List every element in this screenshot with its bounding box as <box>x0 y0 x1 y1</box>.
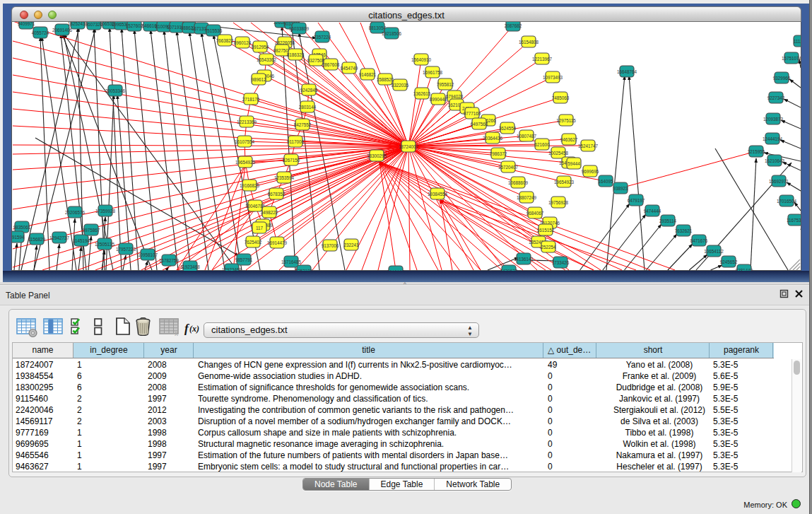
svg-text:2935114: 2935114 <box>659 218 677 223</box>
svg-text:9699695: 9699695 <box>582 169 599 174</box>
svg-text:9329966: 9329966 <box>773 76 791 81</box>
svg-text:8960124: 8960124 <box>234 40 252 45</box>
svg-text:16543362: 16543362 <box>257 57 277 62</box>
svg-text:1615152: 1615152 <box>537 228 555 233</box>
svg-text:16107554: 16107554 <box>235 139 255 144</box>
svg-text:19166825: 19166825 <box>240 183 260 188</box>
svg-text:9245652: 9245652 <box>720 259 738 264</box>
svg-text:8678352: 8678352 <box>268 192 286 197</box>
svg-text:20691406: 20691406 <box>52 28 73 33</box>
svg-text:7955812: 7955812 <box>437 82 454 87</box>
svg-text:7357224: 7357224 <box>314 35 331 40</box>
svg-text:252254: 252254 <box>541 245 556 250</box>
svg-text:8186323: 8186323 <box>287 52 305 57</box>
svg-text:7663822: 7663822 <box>216 38 234 43</box>
svg-text:3215955: 3215955 <box>748 149 765 154</box>
svg-text:2867608: 2867608 <box>322 62 340 67</box>
svg-text:9777169: 9777169 <box>464 111 481 116</box>
svg-text:12942737: 12942737 <box>49 235 70 240</box>
svg-text:19384554: 19384554 <box>428 192 448 197</box>
svg-text:8813054: 8813054 <box>369 25 387 30</box>
svg-text:111233: 111233 <box>794 39 801 44</box>
svg-text:164095: 164095 <box>598 179 613 184</box>
svg-text:9242845: 9242845 <box>300 88 318 93</box>
svg-text:2803144: 2803144 <box>299 105 317 110</box>
svg-text:20206576: 20206576 <box>65 210 86 215</box>
svg-text:16914479: 16914479 <box>267 240 288 245</box>
svg-text:12353594: 12353594 <box>274 175 295 180</box>
svg-text:6479197: 6479197 <box>628 198 645 203</box>
svg-text:7485063: 7485063 <box>552 95 570 100</box>
svg-text:x: x <box>175 329 178 337</box>
svg-text:15751074: 15751074 <box>782 56 801 61</box>
svg-text:10025458: 10025458 <box>548 151 569 156</box>
svg-text:7625402: 7625402 <box>245 240 262 245</box>
svg-text:1527602: 1527602 <box>126 23 143 28</box>
svg-text:15692971: 15692971 <box>769 179 789 184</box>
svg-text:16154808: 16154808 <box>519 40 539 45</box>
svg-text:19218506: 19218506 <box>382 31 402 36</box>
svg-text:117: 117 <box>256 226 264 230</box>
svg-text:8454749: 8454749 <box>341 66 358 71</box>
svg-text:18724007: 18724007 <box>399 144 419 149</box>
svg-text:15720407: 15720407 <box>498 165 519 170</box>
svg-text:9835061: 9835061 <box>13 225 31 230</box>
svg-text:18807249: 18807249 <box>517 195 537 200</box>
svg-text:10688609: 10688609 <box>508 180 529 185</box>
svg-text:17359928: 17359928 <box>95 209 116 214</box>
svg-text:7986372: 7986372 <box>490 151 507 156</box>
svg-text:1588520: 1588520 <box>377 77 394 82</box>
svg-text:8912954: 8912954 <box>252 45 269 49</box>
svg-text:621600: 621600 <box>534 142 550 147</box>
svg-text:9463627: 9463627 <box>560 137 578 142</box>
svg-text:8427552: 8427552 <box>294 122 312 127</box>
svg-text:19654923: 19654923 <box>554 180 575 185</box>
svg-text:(x): (x) <box>189 324 199 334</box>
svg-text:1145194: 1145194 <box>73 238 90 243</box>
svg-text:9227342: 9227342 <box>767 95 785 100</box>
svg-text:6497568: 6497568 <box>471 122 488 127</box>
svg-text:12093873: 12093873 <box>763 117 784 122</box>
svg-text:12213967: 12213967 <box>532 57 553 62</box>
svg-text:9975867: 9975867 <box>83 228 100 233</box>
svg-text:19756928: 19756928 <box>548 200 569 205</box>
svg-text:10973493: 10973493 <box>543 75 563 80</box>
svg-text:1733426: 1733426 <box>552 260 570 265</box>
svg-text:391594: 391594 <box>12 235 25 240</box>
svg-text:9146821: 9146821 <box>359 72 377 77</box>
svg-text:10958107: 10958107 <box>138 252 158 257</box>
svg-text:19654925: 19654925 <box>235 160 256 165</box>
svg-text:2718176: 2718176 <box>242 97 260 102</box>
svg-text:1167533: 1167533 <box>787 218 801 223</box>
svg-text:7632621: 7632621 <box>675 228 693 233</box>
svg-text:16782759: 16782759 <box>159 258 180 263</box>
svg-text:9684067: 9684067 <box>526 211 544 216</box>
svg-text:9409971: 9409971 <box>18 22 35 26</box>
svg-text:12975115: 12975115 <box>556 118 576 123</box>
svg-text:3624554: 3624554 <box>499 126 517 131</box>
svg-text:16648764: 16648764 <box>617 69 637 74</box>
svg-text:1362615: 1362615 <box>413 91 431 96</box>
svg-text:9857791: 9857791 <box>235 257 253 262</box>
svg-text:16033809: 16033809 <box>289 26 310 31</box>
svg-text:18300295: 18300295 <box>367 153 387 158</box>
svg-text:3498222: 3498222 <box>261 210 278 215</box>
svg-text:7515536: 7515536 <box>205 28 223 33</box>
svg-text:8990448: 8990448 <box>430 97 447 102</box>
svg-text:12213369: 12213369 <box>237 119 257 124</box>
svg-text:9474444: 9474444 <box>644 209 661 214</box>
svg-text:1156829: 1156829 <box>28 237 46 242</box>
svg-text:4055724: 4055724 <box>32 30 49 35</box>
svg-text:8471676: 8471676 <box>690 238 708 243</box>
svg-text:232241: 232241 <box>343 243 359 247</box>
svg-text:14136141: 14136141 <box>514 257 534 262</box>
svg-text:989612: 989612 <box>251 77 266 82</box>
svg-text:938923: 938923 <box>613 186 628 191</box>
svg-text:17016504: 17016504 <box>777 199 797 204</box>
svg-text:9117006: 9117006 <box>287 139 305 144</box>
svg-text:17957223: 17957223 <box>116 247 136 252</box>
svg-text:20053346: 20053346 <box>105 88 126 93</box>
svg-text:8322035: 8322035 <box>392 83 409 88</box>
svg-text:2087682: 2087682 <box>505 23 522 28</box>
svg-text:8267150: 8267150 <box>283 158 300 163</box>
